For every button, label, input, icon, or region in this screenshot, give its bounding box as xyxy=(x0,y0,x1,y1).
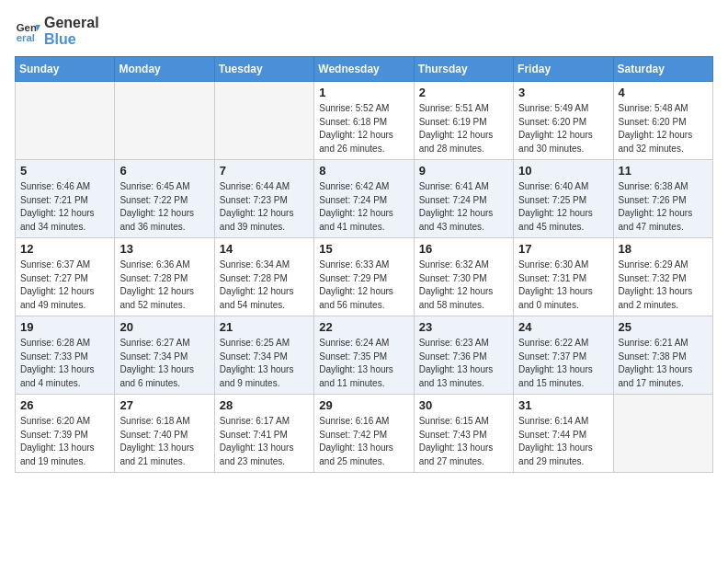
calendar-cell: 2Sunrise: 5:51 AM Sunset: 6:19 PM Daylig… xyxy=(414,82,513,160)
header-saturday: Saturday xyxy=(613,57,712,82)
calendar-week-row: 12Sunrise: 6:37 AM Sunset: 7:27 PM Dayli… xyxy=(16,238,713,316)
day-number: 15 xyxy=(319,242,408,256)
calendar-cell: 24Sunrise: 6:22 AM Sunset: 7:37 PM Dayli… xyxy=(514,316,613,395)
day-number: 23 xyxy=(419,320,508,334)
day-number: 22 xyxy=(319,320,408,334)
cell-content: Sunrise: 6:45 AM Sunset: 7:22 PM Dayligh… xyxy=(119,180,209,234)
cell-content: Sunrise: 6:37 AM Sunset: 7:27 PM Dayligh… xyxy=(20,259,109,312)
cell-content: Sunrise: 6:22 AM Sunset: 7:37 PM Dayligh… xyxy=(518,337,608,390)
cell-content: Sunrise: 6:25 AM Sunset: 7:34 PM Dayligh… xyxy=(220,337,309,390)
cell-content: Sunrise: 6:28 AM Sunset: 7:33 PM Dayligh… xyxy=(20,337,109,390)
calendar-table: SundayMondayTuesdayWednesdayThursdayFrid… xyxy=(15,56,713,473)
svg-text:Gen: Gen xyxy=(17,22,37,33)
calendar-cell: 6Sunrise: 6:45 AM Sunset: 7:22 PM Daylig… xyxy=(115,160,214,238)
cell-content: Sunrise: 6:21 AM Sunset: 7:38 PM Dayligh… xyxy=(619,337,708,390)
calendar-cell: 30Sunrise: 6:15 AM Sunset: 7:43 PM Dayli… xyxy=(414,395,513,473)
calendar-cell: 4Sunrise: 5:48 AM Sunset: 6:20 PM Daylig… xyxy=(613,82,712,160)
cell-content: Sunrise: 5:48 AM Sunset: 6:20 PM Dayligh… xyxy=(619,102,708,155)
cell-content: Sunrise: 6:33 AM Sunset: 7:29 PM Dayligh… xyxy=(319,259,408,312)
day-number: 13 xyxy=(119,242,209,256)
calendar-week-row: 26Sunrise: 6:20 AM Sunset: 7:39 PM Dayli… xyxy=(16,395,713,473)
cell-content: Sunrise: 6:16 AM Sunset: 7:42 PM Dayligh… xyxy=(319,415,408,468)
day-number: 7 xyxy=(220,164,309,178)
calendar-cell: 17Sunrise: 6:30 AM Sunset: 7:31 PM Dayli… xyxy=(514,238,613,316)
day-number: 4 xyxy=(619,86,708,99)
day-number: 30 xyxy=(419,398,508,412)
calendar-cell: 10Sunrise: 6:40 AM Sunset: 7:25 PM Dayli… xyxy=(514,160,613,238)
calendar-cell: 11Sunrise: 6:38 AM Sunset: 7:26 PM Dayli… xyxy=(613,160,712,238)
day-number: 19 xyxy=(20,320,109,334)
day-number: 26 xyxy=(20,398,109,412)
cell-content: Sunrise: 6:34 AM Sunset: 7:28 PM Dayligh… xyxy=(220,259,309,312)
calendar-cell: 13Sunrise: 6:36 AM Sunset: 7:28 PM Dayli… xyxy=(115,238,214,316)
header-sunday: Sunday xyxy=(16,57,115,82)
cell-content: Sunrise: 6:32 AM Sunset: 7:30 PM Dayligh… xyxy=(419,259,508,312)
calendar-cell: 19Sunrise: 6:28 AM Sunset: 7:33 PM Dayli… xyxy=(16,316,115,395)
calendar-cell: 3Sunrise: 5:49 AM Sunset: 6:20 PM Daylig… xyxy=(514,82,613,160)
calendar-cell: 25Sunrise: 6:21 AM Sunset: 7:38 PM Dayli… xyxy=(613,316,712,395)
cell-content: Sunrise: 6:42 AM Sunset: 7:24 PM Dayligh… xyxy=(319,180,408,234)
day-number: 10 xyxy=(518,164,608,178)
cell-content: Sunrise: 6:24 AM Sunset: 7:35 PM Dayligh… xyxy=(319,337,408,390)
cell-content: Sunrise: 6:40 AM Sunset: 7:25 PM Dayligh… xyxy=(518,180,608,234)
cell-content: Sunrise: 5:49 AM Sunset: 6:20 PM Dayligh… xyxy=(518,102,608,155)
calendar-week-row: 1Sunrise: 5:52 AM Sunset: 6:18 PM Daylig… xyxy=(16,82,713,160)
calendar-cell: 8Sunrise: 6:42 AM Sunset: 7:24 PM Daylig… xyxy=(314,160,414,238)
calendar-cell: 22Sunrise: 6:24 AM Sunset: 7:35 PM Dayli… xyxy=(314,316,414,395)
day-number: 27 xyxy=(119,398,209,412)
calendar-cell xyxy=(115,82,214,160)
day-number: 8 xyxy=(319,164,408,178)
cell-content: Sunrise: 6:36 AM Sunset: 7:28 PM Dayligh… xyxy=(119,259,209,312)
day-number: 28 xyxy=(220,398,309,412)
day-number: 3 xyxy=(518,86,608,99)
day-number: 18 xyxy=(619,242,708,256)
svg-text:eral: eral xyxy=(17,32,35,43)
header-wednesday: Wednesday xyxy=(314,57,414,82)
cell-content: Sunrise: 6:17 AM Sunset: 7:41 PM Dayligh… xyxy=(220,415,309,468)
day-number: 2 xyxy=(419,86,508,99)
cell-content: Sunrise: 6:38 AM Sunset: 7:26 PM Dayligh… xyxy=(619,180,708,234)
header-friday: Friday xyxy=(514,57,613,82)
day-number: 16 xyxy=(419,242,508,256)
day-number: 6 xyxy=(119,164,209,178)
calendar-cell xyxy=(613,395,712,473)
calendar-cell: 16Sunrise: 6:32 AM Sunset: 7:30 PM Dayli… xyxy=(414,238,513,316)
day-number: 29 xyxy=(319,398,408,412)
calendar-cell: 21Sunrise: 6:25 AM Sunset: 7:34 PM Dayli… xyxy=(214,316,313,395)
day-number: 25 xyxy=(619,320,708,334)
cell-content: Sunrise: 6:20 AM Sunset: 7:39 PM Dayligh… xyxy=(20,415,109,468)
cell-content: Sunrise: 6:14 AM Sunset: 7:44 PM Dayligh… xyxy=(518,415,608,468)
day-number: 24 xyxy=(518,320,608,334)
calendar-week-row: 19Sunrise: 6:28 AM Sunset: 7:33 PM Dayli… xyxy=(16,316,713,395)
cell-content: Sunrise: 6:41 AM Sunset: 7:24 PM Dayligh… xyxy=(419,180,508,234)
calendar-cell: 14Sunrise: 6:34 AM Sunset: 7:28 PM Dayli… xyxy=(214,238,313,316)
logo: Gen eral General Blue xyxy=(15,15,99,47)
calendar-cell: 7Sunrise: 6:44 AM Sunset: 7:23 PM Daylig… xyxy=(214,160,313,238)
day-number: 17 xyxy=(518,242,608,256)
day-number: 31 xyxy=(518,398,608,412)
calendar-cell: 28Sunrise: 6:17 AM Sunset: 7:41 PM Dayli… xyxy=(214,395,313,473)
calendar-cell: 29Sunrise: 6:16 AM Sunset: 7:42 PM Dayli… xyxy=(314,395,414,473)
calendar-cell: 1Sunrise: 5:52 AM Sunset: 6:18 PM Daylig… xyxy=(314,82,414,160)
cell-content: Sunrise: 6:30 AM Sunset: 7:31 PM Dayligh… xyxy=(518,259,608,312)
calendar-header-row: SundayMondayTuesdayWednesdayThursdayFrid… xyxy=(16,57,713,82)
cell-content: Sunrise: 6:46 AM Sunset: 7:21 PM Dayligh… xyxy=(20,180,109,234)
calendar-cell: 18Sunrise: 6:29 AM Sunset: 7:32 PM Dayli… xyxy=(613,238,712,316)
day-number: 14 xyxy=(220,242,309,256)
day-number: 12 xyxy=(20,242,109,256)
header-thursday: Thursday xyxy=(414,57,513,82)
cell-content: Sunrise: 5:52 AM Sunset: 6:18 PM Dayligh… xyxy=(319,102,408,155)
calendar-cell: 5Sunrise: 6:46 AM Sunset: 7:21 PM Daylig… xyxy=(16,160,115,238)
calendar-cell: 12Sunrise: 6:37 AM Sunset: 7:27 PM Dayli… xyxy=(16,238,115,316)
cell-content: Sunrise: 6:27 AM Sunset: 7:34 PM Dayligh… xyxy=(119,337,209,390)
calendar-cell: 15Sunrise: 6:33 AM Sunset: 7:29 PM Dayli… xyxy=(314,238,414,316)
page-header: Gen eral General Blue xyxy=(15,15,713,47)
day-number: 20 xyxy=(119,320,209,334)
header-monday: Monday xyxy=(115,57,214,82)
day-number: 21 xyxy=(220,320,309,334)
calendar-cell xyxy=(214,82,313,160)
calendar-cell: 31Sunrise: 6:14 AM Sunset: 7:44 PM Dayli… xyxy=(514,395,613,473)
cell-content: Sunrise: 6:18 AM Sunset: 7:40 PM Dayligh… xyxy=(119,415,209,468)
calendar-cell: 27Sunrise: 6:18 AM Sunset: 7:40 PM Dayli… xyxy=(115,395,214,473)
calendar-cell: 20Sunrise: 6:27 AM Sunset: 7:34 PM Dayli… xyxy=(115,316,214,395)
